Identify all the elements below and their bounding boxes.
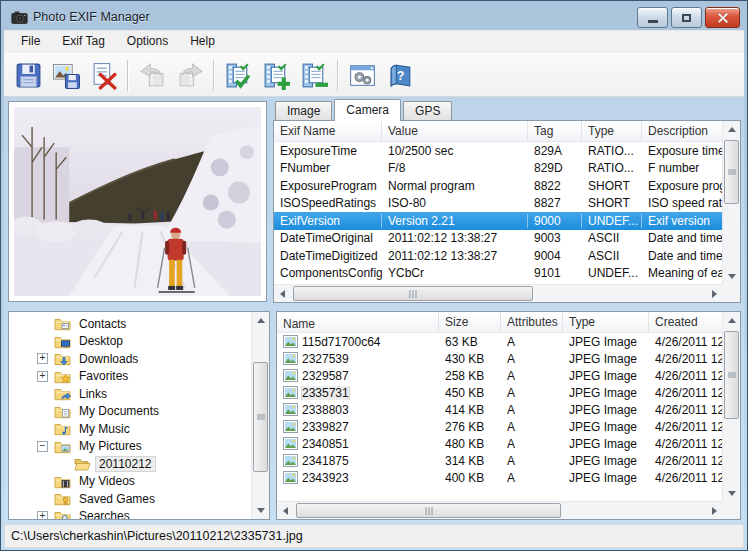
tree-item-desktop[interactable]: Desktop (9, 333, 252, 351)
tree-item-label: Contacts (76, 317, 129, 331)
column-header-attributes[interactable]: Attributes (501, 312, 563, 332)
contacts-icon (54, 316, 71, 331)
scroll-up-button[interactable] (723, 312, 740, 329)
file-name-cell: 2343923 (277, 471, 439, 485)
scroll-left-button[interactable] (277, 502, 294, 519)
file-row[interactable]: 2343923400 KBAJPEG Image4/26/2011 12: (277, 469, 740, 486)
exif-vertical-scrollbar[interactable] (722, 121, 740, 285)
exif-row[interactable]: ExposureTime10/2500 sec829ARATIO...Expos… (274, 142, 740, 160)
expand-icon[interactable]: + (37, 353, 48, 364)
exif-row[interactable]: ComponentsConfig...YCbCr9101UNDEF...Mean… (274, 265, 740, 283)
column-header-exif-name[interactable]: Exif Name (274, 121, 382, 141)
verify-exif-button[interactable] (219, 57, 257, 93)
tree-item-favorites[interactable]: +Favorites (9, 368, 252, 386)
column-header-value[interactable]: Value (382, 121, 528, 141)
image-file-icon (283, 352, 298, 365)
expand-icon[interactable]: + (37, 511, 48, 519)
scroll-up-button[interactable] (252, 312, 269, 329)
menu-help[interactable]: Help (179, 31, 226, 53)
tab-image[interactable]: Image (275, 101, 332, 120)
file-row[interactable]: 115d71700c6463 KBAJPEG Image4/26/2011 12… (277, 333, 740, 350)
exif-table-header[interactable]: Exif NameValueTagTypeDescription (274, 121, 740, 142)
menu-file[interactable]: File (10, 31, 51, 53)
help-button[interactable]: ? (381, 57, 419, 93)
remove-exif-tag-button[interactable] (295, 57, 333, 93)
tree-item-searches[interactable]: +Searches (9, 508, 252, 520)
column-header-size[interactable]: Size (439, 312, 501, 332)
close-button[interactable] (705, 7, 740, 28)
scrollbar-thumb[interactable] (724, 331, 739, 419)
tree-item-my-music[interactable]: My Music (9, 420, 252, 438)
save-image-button[interactable] (47, 57, 85, 93)
title-bar[interactable]: Photo EXIF Manager (4, 4, 744, 30)
exif-row-selected[interactable]: ExifVersionVersion 2.219000UNDEF...Exif … (274, 212, 740, 230)
scroll-up-button[interactable] (723, 121, 740, 138)
exif-row[interactable]: FNumberF/8829DRATIO...F number (274, 160, 740, 178)
tree-item-my-documents[interactable]: My Documents (9, 403, 252, 421)
scroll-right-button[interactable] (706, 502, 723, 519)
photo-preview[interactable] (14, 107, 261, 296)
cell: ASCII (582, 249, 642, 263)
exif-horizontal-scrollbar[interactable] (274, 284, 723, 302)
cell: JPEG Image (563, 403, 649, 417)
column-header-name[interactable]: Name (277, 312, 439, 332)
image-file-icon (283, 437, 298, 450)
tree-item-my-pictures[interactable]: −My Pictures (9, 438, 252, 456)
tree-item-my-videos[interactable]: My Videos (9, 473, 252, 491)
files-vertical-scrollbar[interactable] (722, 312, 740, 502)
collapse-icon[interactable]: − (37, 441, 48, 452)
column-header-type[interactable]: Type (582, 121, 642, 141)
exif-row[interactable]: DateTimeDigitized2011:02:12 13:38:279004… (274, 247, 740, 265)
cell: A (501, 352, 563, 366)
scroll-down-button[interactable] (723, 268, 740, 285)
exif-row[interactable]: ExposureProgramNormal program8822SHORTEx… (274, 177, 740, 195)
menu-exif-tag[interactable]: Exif Tag (51, 31, 115, 53)
tab-gps[interactable]: GPS (403, 101, 452, 120)
file-row-selected[interactable]: 2335731450 KBAJPEG Image4/26/2011 12: (277, 384, 740, 401)
column-header-type[interactable]: Type (563, 312, 649, 332)
file-row[interactable]: 2340851480 KBAJPEG Image4/26/2011 12: (277, 435, 740, 452)
add-exif-tag-button[interactable] (257, 57, 295, 93)
file-row[interactable]: 2339827276 KBAJPEG Image4/26/2011 12: (277, 418, 740, 435)
menu-options[interactable]: Options (116, 31, 179, 53)
exif-row[interactable]: DateTimeOriginal2011:02:12 13:38:279003A… (274, 230, 740, 248)
tree-item-label: Saved Games (76, 492, 158, 506)
tree-item-downloads[interactable]: +Downloads (9, 350, 252, 368)
file-row[interactable]: 2338803414 KBAJPEG Image4/26/2011 12: (277, 401, 740, 418)
tab-camera[interactable]: Camera (334, 99, 401, 121)
scrollbar-thumb[interactable] (296, 503, 561, 518)
cell: JPEG Image (563, 335, 649, 349)
maximize-button[interactable] (671, 7, 702, 28)
exif-row[interactable]: ISOSpeedRatingsISO-808827SHORTISO speed … (274, 195, 740, 213)
scrollbar-thumb[interactable] (253, 362, 268, 472)
expand-icon[interactable]: + (37, 371, 48, 382)
scroll-left-button[interactable] (274, 285, 291, 302)
scroll-right-button[interactable] (706, 285, 723, 302)
minimize-button[interactable] (637, 7, 668, 28)
tree-item-contacts[interactable]: Contacts (9, 315, 252, 333)
scroll-down-button[interactable] (252, 502, 269, 519)
scrollbar-thumb[interactable] (724, 140, 739, 204)
tree-item-20110212[interactable]: 20110212 (9, 455, 252, 473)
app-window: Photo EXIF Manager FileExif TagOptionsHe… (0, 0, 748, 551)
tree-vertical-scrollbar[interactable] (251, 312, 269, 519)
options-button[interactable] (343, 57, 381, 93)
cell: Version 2.21 (382, 214, 528, 228)
cell: ISOSpeedRatings (274, 196, 382, 210)
column-header-tag[interactable]: Tag (528, 121, 582, 141)
save-exif-button[interactable] (9, 57, 47, 93)
tree-item-saved-games[interactable]: Saved Games (9, 490, 252, 508)
files-horizontal-scrollbar[interactable] (277, 501, 723, 519)
scrollbar-thumb[interactable] (293, 286, 533, 301)
scroll-down-button[interactable] (723, 485, 740, 502)
cell: JPEG Image (563, 352, 649, 366)
file-row[interactable]: 2327539430 KBAJPEG Image4/26/2011 12: (277, 350, 740, 367)
cell: 63 KB (439, 335, 501, 349)
file-row[interactable]: 2341875314 KBAJPEG Image4/26/2011 12: (277, 452, 740, 469)
delete-exif-button[interactable] (85, 57, 123, 93)
cell: ExposureTime (274, 144, 382, 158)
file-table-header[interactable]: NameSizeAttributesTypeCreated (277, 312, 740, 333)
tree-item-links[interactable]: Links (9, 385, 252, 403)
file-row[interactable]: 2329587258 KBAJPEG Image4/26/2011 12: (277, 367, 740, 384)
image-file-icon (283, 335, 298, 348)
